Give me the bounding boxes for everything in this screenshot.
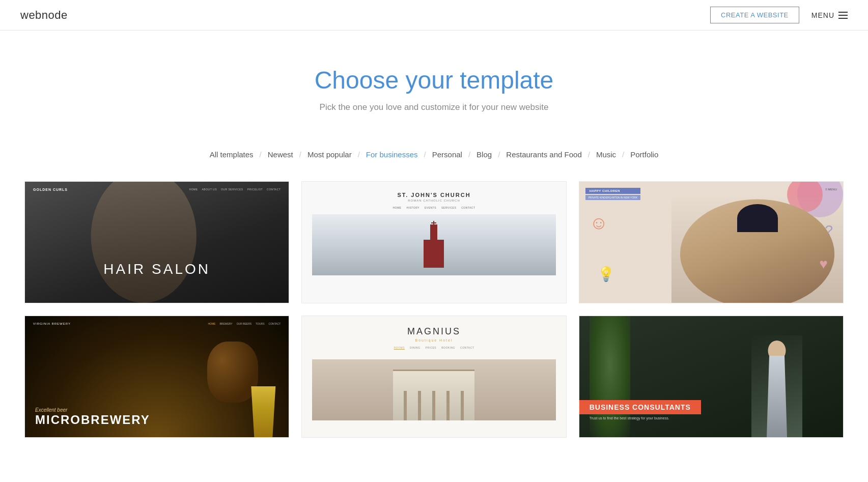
create-website-button[interactable]: CREATE A WEBSITE (710, 7, 799, 23)
children-badge: HAPPY CHILDREN PRIVATE KINDERGARTEN IN N… (585, 188, 641, 200)
filter-music[interactable]: Music (593, 148, 619, 161)
business-banner: BUSINESS CONSULTANTS (579, 400, 701, 414)
template-business[interactable]: BUSINESS CONSULTANTS Trust us to find th… (579, 316, 844, 438)
hero-subtitle: Pick the one you love and customize it f… (20, 102, 848, 112)
person-visual (751, 335, 802, 437)
header: webnode CREATE A WEBSITE MENU (0, 0, 868, 31)
hotel-header: MAGNIUS Boutique Hotel ROOMS DINING PRIC… (302, 316, 566, 354)
menu-button[interactable]: MENU (811, 11, 848, 19)
header-right: CREATE A WEBSITE MENU (710, 7, 848, 23)
hotel-image (312, 359, 555, 420)
filter-personal[interactable]: Personal (429, 148, 465, 161)
brewery-text: Excellent beer MICROBREWERY (35, 407, 150, 427)
filter-nav: All templates / Newest / Most popular / … (0, 138, 868, 181)
hotel-title: MAGNIUS (302, 326, 566, 337)
hotel-nav: ROOMS DINING PRICES BOOKING CONTACT (302, 346, 566, 349)
happy-children-sub: PRIVATE KINDERGARTEN IN NEW YORK (585, 195, 641, 200)
filter-newest[interactable]: Newest (265, 148, 296, 161)
church-title: ST. JOHN'S CHURCH (302, 192, 566, 198)
hotel-building-visual (393, 370, 474, 420)
mock-nav: GOLDEN CURLS HOME ABOUT US OUR SERVICES … (25, 188, 289, 191)
menu-label: MENU (811, 11, 834, 19)
question-icon: ? (825, 222, 833, 239)
templates-grid: GOLDEN CURLS HOME ABOUT US OUR SERVICES … (0, 181, 868, 462)
hair-salon-title: HAIR SALON (25, 261, 289, 277)
template-hotel[interactable]: MAGNIUS Boutique Hotel ROOMS DINING PRIC… (301, 316, 566, 438)
hamburger-icon (838, 12, 848, 19)
brewery-tagline: Excellent beer (35, 407, 150, 413)
business-text: BUSINESS CONSULTANTS Trust us to find th… (579, 400, 843, 422)
church-building-visual (418, 222, 449, 268)
mock-nav-links: HOME ABOUT US OUR SERVICES PRICELIST CON… (189, 188, 281, 191)
filter-all-templates[interactable]: All templates (207, 148, 257, 161)
logo: webnode (20, 9, 68, 22)
filter-most-popular[interactable]: Most popular (304, 148, 355, 161)
smiley-icon: ☺ (590, 212, 608, 234)
filter-portfolio[interactable]: Portfolio (627, 148, 661, 161)
mock-logo: GOLDEN CURLS (33, 188, 68, 191)
children-menu: ≡ MENU (825, 188, 837, 191)
filter-blog[interactable]: Blog (473, 148, 495, 161)
child-photo (671, 194, 843, 303)
happy-children-badge: HAPPY CHILDREN (585, 188, 641, 194)
heart-icon: ♥ (819, 256, 828, 272)
church-image (312, 214, 555, 275)
template-brewery[interactable]: VIRGINIA BREWERY HOME BREWERY OUR BEERS … (24, 316, 289, 438)
church-header: ST. JOHN'S CHURCH ROMAN CATHOLIC CHURCH … (302, 182, 566, 214)
church-nav: HOME HISTORY EVENTS SERVICES CONTACT (302, 206, 566, 209)
business-desc: Trust us to find the best strategy for y… (579, 414, 843, 422)
filter-restaurants[interactable]: Restaurants and Food (503, 148, 584, 161)
template-church[interactable]: ST. JOHN'S CHURCH ROMAN CATHOLIC CHURCH … (301, 181, 566, 303)
template-hair-salon[interactable]: GOLDEN CURLS HOME ABOUT US OUR SERVICES … (24, 181, 289, 303)
brewery-name: MICROBREWERY (35, 413, 150, 427)
hero-section: Choose your template Pick the one you lo… (0, 31, 868, 138)
page-title: Choose your template (20, 66, 848, 94)
hotel-subtitle: Boutique Hotel (302, 338, 566, 342)
filter-for-businesses[interactable]: For businesses (363, 148, 421, 161)
brewery-nav: VIRGINIA BREWERY HOME BREWERY OUR BEERS … (25, 322, 289, 325)
barrel-visual (207, 342, 258, 403)
church-subtitle: ROMAN CATHOLIC CHURCH (302, 199, 566, 202)
lightbulb-icon: 💡 (597, 266, 615, 282)
template-happy-children[interactable]: HAPPY CHILDREN PRIVATE KINDERGARTEN IN N… (579, 181, 844, 303)
